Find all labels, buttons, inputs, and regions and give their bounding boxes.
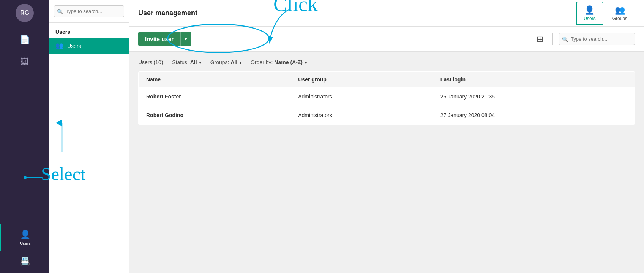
grid-icon: ⊞ <box>537 34 543 44</box>
groups-dropdown-arrow: ▾ <box>240 61 242 65</box>
sidebar: RG 📄 🖼 👤 Users 📇 <box>0 0 49 273</box>
contacts-icon: 📇 <box>20 256 30 266</box>
tab-groups-label: Groups <box>612 16 627 21</box>
sidebar-item-users-label: Users <box>20 241 31 246</box>
toolbar-search-icon: 🔍 <box>562 36 568 42</box>
status-value: All <box>190 59 197 65</box>
invite-user-button-group: Invite user ▾ <box>138 32 191 46</box>
users-filters: Users (10) Status: All ▾ Groups: All ▾ O… <box>138 59 635 65</box>
grid-view-button[interactable]: ⊞ <box>534 33 546 46</box>
status-filter[interactable]: Status: All ▾ <box>172 59 201 65</box>
sidebar-item-users[interactable]: 👤 Users <box>0 224 49 251</box>
status-label: Status: <box>172 59 189 65</box>
sidebar-item-media[interactable]: 🖼 <box>0 52 49 74</box>
users-nav-icon: 👥 <box>55 42 63 50</box>
top-header: User management Click 👤 Users <box>129 0 644 27</box>
order-value: Name (A-Z) <box>274 59 303 65</box>
col-last-login: Last login <box>433 72 635 87</box>
click-annotation-text: Click <box>273 0 318 16</box>
cell-last-login: 25 January 2020 21:35 <box>433 87 635 106</box>
toolbar-divider <box>552 33 553 45</box>
left-search-input[interactable] <box>54 5 124 17</box>
left-nav-users[interactable]: 👥 Users <box>49 38 129 54</box>
cell-group: Administrators <box>290 106 433 125</box>
users-area: Users (10) Status: All ▾ Groups: All ▾ O… <box>129 52 644 132</box>
groups-filter[interactable]: Groups: All ▾ <box>210 59 242 65</box>
header-tabs: 👤 Users 👥 Groups <box>576 2 635 25</box>
invite-user-button[interactable]: Invite user <box>138 32 180 46</box>
main-content: User management Click 👤 Users <box>129 0 644 273</box>
groups-value: All <box>230 59 237 65</box>
tab-users[interactable]: 👤 Users <box>576 2 603 25</box>
order-dropdown-arrow: ▾ <box>305 61 307 65</box>
cell-last-login: 27 January 2020 08:04 <box>433 106 635 125</box>
sidebar-item-documents[interactable]: 📄 <box>0 30 49 52</box>
invite-user-dropdown-arrow[interactable]: ▾ <box>180 32 191 46</box>
col-name: Name <box>139 72 291 87</box>
cell-group: Administrators <box>290 87 433 106</box>
media-icon: 🖼 <box>21 57 29 67</box>
tab-users-label: Users <box>584 16 595 21</box>
col-group: User group <box>290 72 433 87</box>
order-label: Order by: <box>251 59 273 65</box>
cell-name: Robert Foster <box>139 87 291 106</box>
content-area: Invite user ▾ ⊞ 🔍 Users (10) Status: All… <box>129 27 644 273</box>
toolbar-search-input[interactable] <box>559 33 635 45</box>
table-header-row: Name User group Last login <box>139 72 635 87</box>
left-panel-section-title: Users <box>49 23 129 38</box>
tab-users-icon: 👤 <box>584 5 595 15</box>
users-count: Users (10) <box>138 59 163 65</box>
left-search-icon: 🔍 <box>57 8 63 14</box>
left-panel: 🔍 Users 👥 Users <box>49 0 129 273</box>
groups-label: Groups: <box>210 59 229 65</box>
table-row[interactable]: Robert Godino Administrators 27 January … <box>139 106 635 125</box>
toolbar-row: Invite user ▾ ⊞ 🔍 <box>129 27 644 52</box>
document-icon: 📄 <box>20 35 30 45</box>
sidebar-item-contacts[interactable]: 📇 <box>0 251 49 273</box>
tab-groups[interactable]: 👥 Groups <box>605 2 635 25</box>
left-panel-search-area: 🔍 <box>49 0 129 23</box>
status-dropdown-arrow: ▾ <box>199 61 201 65</box>
left-nav-users-label: Users <box>67 43 81 49</box>
cell-name: Robert Godino <box>139 106 291 125</box>
avatar[interactable]: RG <box>16 4 34 22</box>
page-title: User management <box>138 9 197 17</box>
users-icon: 👤 <box>20 230 30 240</box>
toolbar-search-area: 🔍 <box>559 33 635 45</box>
table-row[interactable]: Robert Foster Administrators 25 January … <box>139 87 635 106</box>
order-filter[interactable]: Order by: Name (A-Z) ▾ <box>251 59 307 65</box>
tab-groups-icon: 👥 <box>615 5 625 15</box>
users-table: Name User group Last login Robert Foster… <box>138 71 635 125</box>
